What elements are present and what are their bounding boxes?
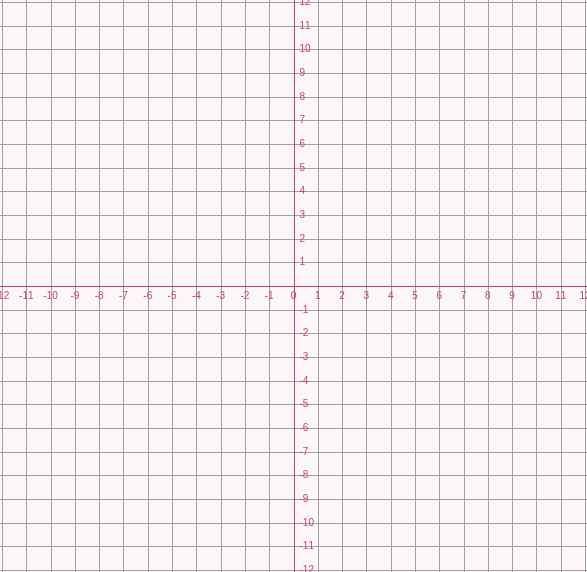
y-tick-label: -10 — [300, 518, 314, 528]
x-tick-label: -2 — [240, 291, 249, 301]
x-tick-label: 6 — [436, 291, 442, 301]
x-tick-label: -10 — [43, 291, 57, 301]
x-tick-label: -7 — [119, 291, 128, 301]
x-tick-label: 10 — [531, 291, 542, 301]
y-tick-label: -12 — [300, 565, 314, 572]
y-tick-label: -7 — [300, 447, 309, 457]
y-tick-label: 4 — [300, 186, 306, 196]
y-tick-label: -4 — [300, 376, 309, 386]
x-tick-label: 8 — [485, 291, 491, 301]
y-tick-label: -3 — [300, 352, 309, 362]
x-tick-label: -1 — [265, 291, 274, 301]
x-tick-label: 5 — [412, 291, 418, 301]
coordinate-grid-plot: -12-11-10-9-8-7-6-5-4-3-2-10123456789101… — [0, 0, 587, 572]
x-tick-label: 12 — [579, 291, 587, 301]
x-tick-label: -8 — [95, 291, 104, 301]
x-tick-label: 7 — [461, 291, 467, 301]
y-tick-label: -8 — [300, 470, 309, 480]
x-tick-label: -3 — [216, 291, 225, 301]
y-tick-label: -1 — [300, 305, 309, 315]
y-tick-label: 12 — [300, 0, 311, 7]
x-tick-label: -11 — [19, 291, 33, 301]
x-tick-label: -4 — [192, 291, 201, 301]
x-tick-label: -12 — [0, 291, 9, 301]
y-tick-label: 11 — [300, 21, 311, 31]
x-tick-label: 3 — [364, 291, 370, 301]
y-tick-label: 6 — [300, 139, 306, 149]
y-tick-label: 3 — [300, 210, 306, 220]
x-tick-label: 4 — [388, 291, 394, 301]
x-tick-label: -6 — [143, 291, 152, 301]
x-tick-label: 2 — [339, 291, 345, 301]
y-tick-label: 1 — [300, 257, 306, 267]
y-tick-label: 7 — [300, 115, 306, 125]
y-tick-label: -6 — [300, 423, 309, 433]
y-tick-label: 5 — [300, 163, 306, 173]
x-tick-label: 11 — [555, 291, 566, 301]
y-tick-label: 9 — [300, 68, 306, 78]
y-axis — [294, 0, 295, 572]
x-tick-label: 0 — [291, 291, 297, 301]
y-tick-label: -5 — [300, 399, 309, 409]
y-tick-label: -11 — [300, 541, 314, 551]
x-tick-label: -9 — [70, 291, 79, 301]
x-tick-label: 1 — [315, 291, 321, 301]
y-tick-label: 8 — [300, 92, 306, 102]
x-tick-label: -5 — [168, 291, 177, 301]
y-tick-label: 10 — [300, 44, 311, 54]
y-tick-label: -9 — [300, 494, 309, 504]
y-tick-label: -2 — [300, 328, 309, 338]
y-tick-label: 2 — [300, 234, 306, 244]
x-tick-label: 9 — [509, 291, 515, 301]
